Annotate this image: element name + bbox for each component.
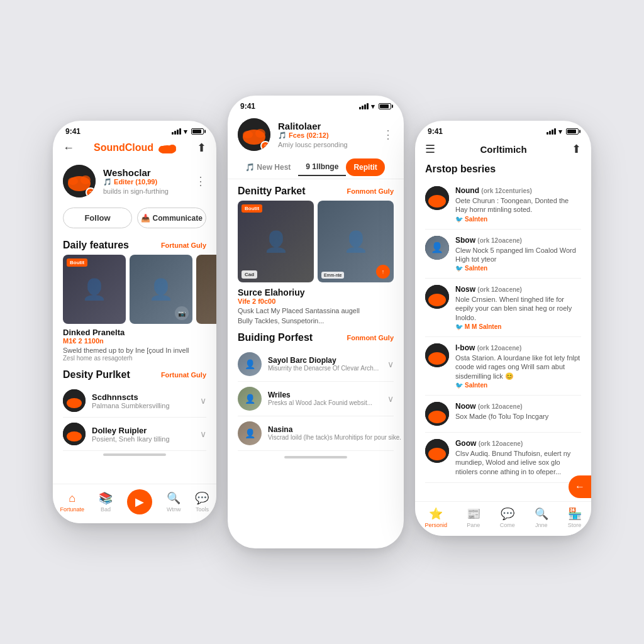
play-button[interactable]: ▶ xyxy=(127,489,152,514)
news-avatar-6 xyxy=(425,439,449,463)
destiny-section-header: Desity Purlket Fortunat Guly xyxy=(53,363,216,384)
search-icon-left: 🔍 xyxy=(167,491,180,505)
chevron-2[interactable]: ∨ xyxy=(200,429,206,439)
wifi-left: ▾ xyxy=(184,128,187,136)
playlist-avatar-1 xyxy=(63,389,86,412)
news-avatar-3 xyxy=(425,285,449,309)
pane-label: Pane xyxy=(467,522,480,528)
profile-sub-mid: 🎵 Fces (02:12) xyxy=(278,131,375,140)
nav-bad[interactable]: 📚 Bad xyxy=(99,491,113,513)
svg-point-6 xyxy=(80,175,91,184)
three-dots-mid[interactable]: ⋮ xyxy=(382,128,394,142)
card-badge-1: Boutit xyxy=(242,204,262,213)
communicate-button[interactable]: 📥 Communicate xyxy=(137,208,206,228)
podcast-item-1[interactable]: 👤 Sayol Barc Dioplay Misurrity the Denac… xyxy=(238,347,394,382)
avatar-mid: 2 xyxy=(238,118,270,151)
avatar-badge-mid: 2 xyxy=(260,141,270,151)
buiding-link[interactable]: Fonmont Guly xyxy=(347,334,394,341)
phones-container: 9:41 ▾ ← SoundCloud xyxy=(40,70,604,574)
news-item-4[interactable]: l-bow (ork 12oacene) Osta Starion. A lou… xyxy=(425,337,581,396)
podcast-info-1: Sayol Barc Dioplay Misurrity the Denacrs… xyxy=(268,356,387,372)
signal-mid xyxy=(359,103,369,109)
search-label: Wtnw xyxy=(167,506,181,513)
signal-right xyxy=(547,128,556,135)
card-img-1[interactable]: Boutit 👤 Cad xyxy=(238,201,314,282)
denitty-link[interactable]: Fonmont Guly xyxy=(347,187,394,195)
wifi-mid: ▾ xyxy=(371,103,375,111)
daily-link[interactable]: Fortunat Guly xyxy=(161,242,206,249)
status-bar-left: 9:41 ▾ xyxy=(53,121,216,138)
feature-img-3[interactable]: 👤 xyxy=(196,255,216,324)
feature-img-1[interactable]: Boutit 👤 xyxy=(63,255,126,324)
profile-name-mid: Ralitolaer xyxy=(278,121,375,131)
chevron-1[interactable]: ∨ xyxy=(200,396,206,406)
news-avatar-1 xyxy=(425,186,449,210)
right-nav-come[interactable]: 💬 Come xyxy=(500,507,515,528)
news-title-1: Nound (ork 12centuries) xyxy=(455,186,581,195)
feature-sub2: Zesl home as resagoterh xyxy=(63,355,206,362)
soundcloud-logo: SoundCloud xyxy=(94,142,177,153)
back-fab[interactable]: ← xyxy=(569,475,591,498)
news-item-2[interactable]: 👤 Sbow (ork 12oacene) Clew Nock 5 npange… xyxy=(425,230,581,279)
time-right: 9:41 xyxy=(428,127,443,136)
svg-point-2 xyxy=(169,145,176,151)
buiding-title: Buiding Porfest xyxy=(238,332,313,343)
three-dots-left[interactable]: ⋮ xyxy=(195,174,206,188)
playlist-item-1[interactable]: Scdhnnscts Palmana Sumbkersvilling ∨ xyxy=(63,384,206,418)
right-nav-jnne[interactable]: 🔍 Jnne xyxy=(535,507,548,528)
denitty-title: Denitty Parket xyxy=(238,186,306,197)
card-img-2[interactable]: 👤 Emm-nte ↑ xyxy=(318,201,394,282)
nav-tools[interactable]: 💬 Tools xyxy=(195,491,209,513)
right-title: Corltimich xyxy=(480,144,526,155)
podcast-name-2: Wriles xyxy=(268,391,387,399)
tab-new-hest[interactable]: 🎵 New Hest xyxy=(238,158,298,176)
podcast-sub-1: Misurrity the Denacrse Of Clevar Arch... xyxy=(268,365,387,372)
news-item-1[interactable]: Nound (ork 12centuries) Oete Churun : To… xyxy=(425,180,581,230)
podcast-item-2[interactable]: 👤 Wriles Presks al Wood Jack Founid webs… xyxy=(238,382,394,416)
news-source-2: 🐦 Salnten xyxy=(455,265,581,272)
news-source-4: 🐦 Salnten xyxy=(455,382,581,389)
tools-label: Tools xyxy=(196,506,209,513)
news-desc-1: Oete Churun : Toongean, Donted the Hay h… xyxy=(455,196,581,214)
news-content-4: l-bow (ork 12oacene) Osta Starion. A lou… xyxy=(455,343,581,389)
news-title-3: Nosw (ork 12oacene) xyxy=(455,285,581,294)
soundcloud-icon xyxy=(157,142,177,153)
playlist-name-1: Scdhnnscts xyxy=(92,392,200,402)
news-item-6[interactable]: Goow (ork 12oacene) Clsv Audiq. Bnund Th… xyxy=(425,433,581,483)
tab-1llbnge[interactable]: 9 1llbnge xyxy=(298,158,346,176)
share-button-right[interactable]: ⬆ xyxy=(572,142,581,156)
playlist-sub-1: Palmana Sumbkersvilling xyxy=(92,402,200,409)
destiny-link[interactable]: Fortunat Guly xyxy=(161,371,206,379)
right-nav-store[interactable]: 🏪 Store xyxy=(568,507,582,528)
news-content-5: Noow (ork 12oacene) Sox Made (fo Tolu To… xyxy=(455,402,581,426)
follow-button[interactable]: Follow xyxy=(63,208,132,228)
pod-chevron-1[interactable]: ∨ xyxy=(387,359,394,369)
wifi-right: ▾ xyxy=(558,128,562,136)
pod-chevron-2[interactable]: ∨ xyxy=(387,394,394,404)
playlist-info-2: Dolley Ruipler Posient, Sneh Ikary tilli… xyxy=(92,426,200,443)
nav-home[interactable]: ⌂ Fortunate xyxy=(60,492,84,513)
feature-text: Dinked Pranelta M1€ 2 1100n Sweld themed… xyxy=(53,324,216,363)
hamburger-menu[interactable]: ☰ xyxy=(425,142,435,156)
news-item-5[interactable]: Noow (ork 12oacene) Sox Made (fo Tolu To… xyxy=(425,396,581,433)
right-nav-personid[interactable]: ⭐ Personid xyxy=(425,507,447,528)
back-button-left[interactable]: ← xyxy=(63,142,74,155)
podcast-avatar-2: 👤 xyxy=(238,387,262,411)
tab-repitit[interactable]: Repitit xyxy=(346,158,384,176)
playlist-item-2[interactable]: Dolley Ruipler Posient, Sneh Ikary tilli… xyxy=(63,418,206,451)
feature-images: Boutit 👤 👤 📷 👤 xyxy=(53,255,216,324)
share-button-left[interactable]: ⬆ xyxy=(197,141,206,155)
person-img-3: 👤 xyxy=(196,255,216,324)
feature-img-2[interactable]: 👤 📷 xyxy=(130,255,192,324)
status-bar-mid: 9:41 ▾ xyxy=(228,96,404,113)
podcast-item-3[interactable]: 👤 Nasina Viscrad loild (lhe tack)s Muroh… xyxy=(238,416,394,451)
home-label: Fortunate xyxy=(60,506,84,513)
news-item-3[interactable]: Nosw (ork 12oacene) Nole Crnsien. Whenl … xyxy=(425,279,581,337)
right-nav-pane[interactable]: 📰 Pane xyxy=(467,507,480,528)
jnne-icon: 🔍 xyxy=(535,507,548,521)
news-title-5: Noow (ork 12oacene) xyxy=(455,402,581,411)
svg-point-8 xyxy=(67,398,82,408)
podcast-info-2: Wriles Presks al Wood Jack Founid websit… xyxy=(268,391,387,406)
home-indicator-left xyxy=(103,453,166,456)
nav-search[interactable]: 🔍 Wtnw xyxy=(167,491,181,513)
